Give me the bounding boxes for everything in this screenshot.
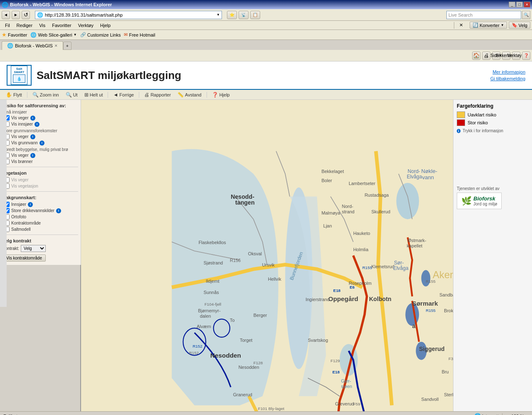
bakgrunn-innsjor-row: Innsjøer i [4,202,78,207]
svg-text:Skullerud: Skullerud [372,209,390,214]
svg-text:vann: vann [422,174,434,180]
sma-innsjor-info[interactable]: i [34,122,39,127]
svg-text:Ingierstrand: Ingierstrand [305,297,330,302]
bakgrunn-saltmodell-label: Saltmodell [11,227,31,232]
fav-web-slice-icon: 🌐 [30,32,37,38]
search-button[interactable]: 🔍 [522,11,530,19]
svg-text:Elvåga: Elvåga [393,265,409,271]
close-button[interactable]: ✕ [524,2,530,7]
sma-veger-info[interactable]: i [30,116,35,121]
sep4 [207,92,207,98]
minimize-button[interactable]: _ [509,2,515,7]
tab-close-button[interactable]: ✕ [54,44,58,48]
sma-vis-innsjor-label: Vis innsjøer [11,122,33,126]
restore-button[interactable]: □ [516,2,523,7]
home-button[interactable]: 🏠 [472,52,480,60]
window-controls[interactable]: _ □ ✕ [509,2,530,7]
status-right: 🌐 Internett ◄ 100 % ▼ [474,413,529,415]
tab-bar: 🌐 Bioforsk - WebGIS ✕ + [0,40,532,50]
svg-text:F59: F59 [353,402,360,406]
vis-kontraktomrade-button[interactable]: Vis kontraktområde [2,254,46,262]
velg-button[interactable]: 🔖 Velg [509,22,530,29]
tools-btn[interactable]: Verktøy ▼ [512,52,520,60]
close-tab-x[interactable]: ✕ [456,22,466,29]
new-tab-button[interactable]: + [63,42,71,50]
spredt-veger-info[interactable]: i [30,153,35,158]
konverter-icon: 🔄 [473,22,478,28]
back-button[interactable]: ◄ [2,11,10,19]
forward-button[interactable]: ► [12,11,20,19]
address-icon: 🌐 [37,12,43,18]
bioforsk-leaf-icon: 🌿 [461,196,472,206]
hjelp-button[interactable]: ❓ Hjelp [209,91,232,98]
favorites-star[interactable]: ⭐ [227,11,237,19]
menu-vis[interactable]: Vis [36,22,49,29]
gi-tilbakemelding-link[interactable]: Gi tilbakemelding [490,76,525,81]
svg-text:F129: F129 [330,358,340,363]
store-vis-veger-row: Vis veger i [4,134,78,139]
konverter-button[interactable]: 🔄 Konverter ▼ [470,22,507,29]
menu-fil[interactable]: Fil [2,22,13,29]
map-area[interactable]: R156 R152 R155 R157 F128 F129 F33 F32 F3… [81,100,453,411]
bakgrunn-innsjor-info[interactable]: i [28,202,33,207]
bakgrunn-store-info[interactable]: i [56,208,61,213]
legend-info-i[interactable]: i [457,129,461,133]
store-grunnvann-info[interactable]: i [39,141,44,146]
svg-text:Svartskog: Svartskog [308,338,328,343]
header-links: Mer informasjon Gi tilbakemelding [490,69,525,81]
fav-web-slice[interactable]: 🌐 Web Slice-galleri ▼ [30,32,76,38]
help-btn[interactable]: ❓ [522,52,530,60]
feeds-button[interactable]: 📡 [239,11,249,19]
menu-favoritter[interactable]: Favoritter [49,22,74,29]
rapporter-button[interactable]: 🖨 Rapporter [142,91,173,98]
menu-rediger[interactable]: Rediger [13,22,36,29]
svg-text:dalen: dalen [200,314,211,319]
svg-text:Sandvoll: Sandvoll [421,397,439,402]
fav-customize[interactable]: 🔗 Customize Links [80,32,121,37]
zoom-decrease[interactable]: ◄ [506,414,510,415]
avstand-icon: 📏 [177,92,184,98]
left-panel: Risiko for saltforurensing av: Små innsj… [0,100,81,265]
svg-text:Østmark-: Østmark- [408,238,426,243]
refresh-button[interactable]: ↺ [22,11,30,19]
fav-hotmail[interactable]: ✉ Free Hotmail [124,32,155,37]
mer-informasjon-link[interactable]: Mer informasjon [490,69,525,74]
zoom-inn-button[interactable]: 🔍 Zoom inn [30,91,62,98]
bioforsk-sub: Jord og miljø [473,202,497,206]
print-button[interactable]: 🖨 [482,52,490,60]
bakgrunn-ortofoto-row: Ortofoto [4,214,78,220]
flytt-button[interactable]: ✋ Flytt [3,91,25,98]
map-svg[interactable]: R156 R152 R155 R157 F128 F129 F33 F32 F3… [81,100,453,411]
menu-hjelp[interactable]: Hjelp [97,22,114,29]
svg-text:R155: R155 [362,265,372,270]
svg-text:Hellvik: Hellvik [268,277,282,282]
veg-vis-vegetasjon-row: Vis vegetasjon [4,183,78,189]
bakgrunn-kontrakt-row: Kontraktområde [4,220,78,226]
store-veger-info[interactable]: i [30,134,35,139]
search-box[interactable]: Live Search [446,11,521,19]
address-dropdown[interactable]: ▼ [217,13,220,17]
svg-text:Hauketo: Hauketo [353,231,370,236]
helt-ut-button[interactable]: ⊞ Helt ut [82,91,106,98]
tjenesten-text: Tjenesten er utviklet av [457,186,529,191]
store-vis-veger-label: Vis veger [11,134,29,139]
svg-text:R156: R156 [230,258,241,263]
main-content: Risiko for saltforurensing av: Små innsj… [0,100,532,411]
sma-vis-innsjor-row: Vis innsjøer i [4,121,78,127]
kontrakt-select[interactable]: Velg [21,245,46,252]
ut-button[interactable]: 🔍 Ut [63,91,80,98]
contract-row: Kontrakt: Velg [2,245,78,252]
menu-verktoy[interactable]: Verktøy [75,22,97,29]
avstand-button[interactable]: 📏 Avstand [175,91,204,98]
bioforsk-logo-box: 🌿 Bioforsk Jord og miljø [457,193,502,209]
svg-text:Holmlia: Holmlia [353,247,369,252]
svg-point-1 [397,183,419,219]
hjelp-icon: ❓ [212,92,218,98]
tab-main[interactable]: 🌐 Bioforsk - WebGIS ✕ [2,41,63,50]
svg-text:Bru: Bru [442,369,449,374]
history-button[interactable]: 📋 [250,11,260,19]
sep3 [139,92,139,98]
svg-text:Torget: Torget [240,338,252,343]
forrige-button[interactable]: ◄ Forrige [111,91,136,98]
address-bar[interactable]: 🌐 http://128.39.191.31/saltsmart/salt.ph… [35,11,222,19]
